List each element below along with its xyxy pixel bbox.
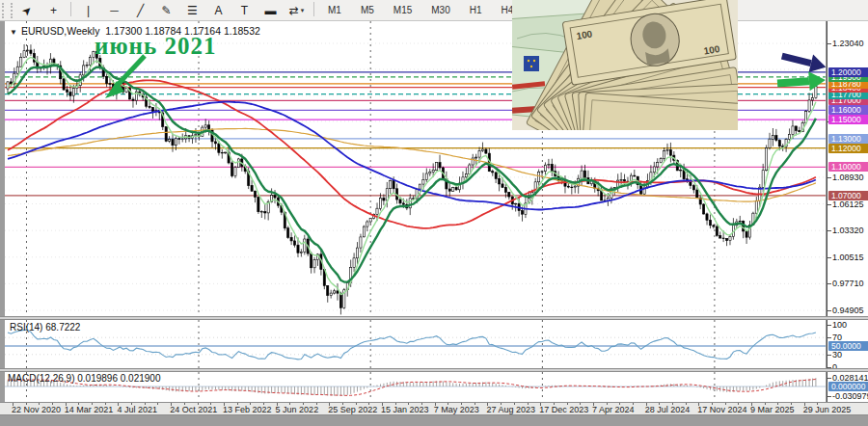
fibonacci-tool[interactable]: ☰ xyxy=(179,2,205,19)
time-axis-minor-tick xyxy=(52,403,53,405)
rsi-scale-tick: 30 xyxy=(832,350,842,359)
price-level-badge-1.20000: 1.20000 xyxy=(828,67,868,77)
text-annotation-june-2021[interactable]: июнь 2021 xyxy=(95,33,216,60)
timeframe-button-h1[interactable]: H1 xyxy=(461,1,491,19)
toolbar-grip[interactable] xyxy=(2,3,13,18)
timeframe-button-m5[interactable]: M5 xyxy=(352,1,383,19)
time-axis-minor-tick xyxy=(593,403,594,405)
arrows-tool[interactable]: ⇄▾ xyxy=(284,2,310,19)
pencil-channel-icon: ✎ xyxy=(161,5,171,16)
timeframe-button-m15[interactable]: M15 xyxy=(385,1,420,19)
date-label: 25 Sep 2022 xyxy=(328,405,377,414)
time-axis-minor-tick xyxy=(118,403,119,405)
time-axis-minor-tick xyxy=(382,403,383,405)
time-axis-minor-tick xyxy=(184,403,185,405)
date-label: 24 Oct 2021 xyxy=(170,405,217,414)
price-tick: 1.08930 xyxy=(832,173,864,182)
date-label: 14 Mar 2021 xyxy=(65,405,114,414)
time-axis-minor-tick xyxy=(554,403,555,405)
vertical-line-tool[interactable]: | xyxy=(75,2,101,19)
macd-scale-tick: -0.030979 xyxy=(832,391,868,401)
text-tool[interactable]: A xyxy=(205,2,231,19)
rsi-scale-tick: 100 xyxy=(832,320,847,330)
price-tick: 1.03320 xyxy=(832,226,864,235)
money-photo[interactable]: 100100100 xyxy=(512,0,738,130)
time-axis-minor-tick xyxy=(777,403,778,405)
timeframe-button-m1[interactable]: M1 xyxy=(319,1,350,19)
label-tool[interactable]: T xyxy=(231,2,258,19)
time-axis-minor-tick xyxy=(289,403,290,405)
timeframe-button-m30[interactable]: M30 xyxy=(422,1,458,19)
scale-tick-mark xyxy=(827,310,831,311)
trendline-icon: ╱ xyxy=(137,5,144,16)
time-axis-minor-tick xyxy=(395,403,396,405)
rsi-value: 68.7222 xyxy=(45,322,80,333)
macd-zero-badge: 0.000000 xyxy=(828,382,868,391)
time-axis-minor-tick xyxy=(237,403,238,405)
time-axis-minor-tick xyxy=(567,403,568,405)
date-label: 17 Nov 2024 xyxy=(697,405,746,414)
time-axis-minor-tick xyxy=(421,403,422,405)
channel-tool[interactable]: ✎ xyxy=(153,2,179,19)
price-level-badge-1.16000: 1.16000 xyxy=(828,105,868,115)
label-icon: T xyxy=(241,5,248,16)
rsi-panel-canvas[interactable] xyxy=(5,320,826,368)
time-axis-minor-tick xyxy=(686,403,687,405)
macd-value-2: 0.021900 xyxy=(121,373,161,384)
macd-value-1: 0.019896 xyxy=(77,373,118,384)
time-axis-minor-tick xyxy=(751,403,752,405)
time-axis-minor-tick xyxy=(250,403,251,405)
symbol-label: EURUSD,Weekly xyxy=(21,25,100,37)
ohlc-close: 1.18532 xyxy=(224,25,260,37)
date-label: 17 Dec 2023 xyxy=(539,405,588,414)
date-label: 27 Aug 2023 xyxy=(486,405,535,414)
price-tick: 0.97710 xyxy=(832,279,864,288)
date-label: 5 Jun 2022 xyxy=(276,405,319,414)
time-axis-minor-tick xyxy=(580,403,581,405)
shapes-tool[interactable]: ▬ xyxy=(258,2,284,19)
macd-label: MACD(12,26,9) 0.019896 0.021900 xyxy=(8,373,160,384)
price-level-badge-1.07000: 1.07000 xyxy=(828,191,868,200)
time-axis[interactable]: 22 Nov 202014 Mar 20214 Jul 202124 Oct 2… xyxy=(0,402,868,415)
time-axis-minor-tick xyxy=(303,403,304,405)
cursor-tool[interactable]: ➤ xyxy=(14,2,41,19)
time-axis-minor-tick xyxy=(607,403,608,405)
horizontal-line-tool[interactable]: ─ xyxy=(101,2,127,19)
time-axis-minor-tick xyxy=(646,403,647,405)
vertical-line-icon: | xyxy=(87,5,90,16)
time-axis-minor-tick xyxy=(540,403,541,405)
price-scale[interactable]: 1.230401.148231.089301.061251.033201.005… xyxy=(827,21,868,402)
scale-tick-mark xyxy=(827,283,831,284)
time-axis-minor-tick xyxy=(329,403,330,405)
time-axis-minor-tick xyxy=(698,403,699,405)
time-axis-minor-tick xyxy=(92,403,93,405)
price-tick: 1.23040 xyxy=(832,39,864,48)
time-axis-minor-tick xyxy=(316,403,317,405)
time-axis-minor-tick xyxy=(475,403,475,405)
scale-tick-mark xyxy=(827,355,831,356)
price-level-badge-1.15000: 1.15000 xyxy=(828,115,868,124)
time-axis-minor-tick xyxy=(619,403,620,405)
time-axis-minor-tick xyxy=(368,403,369,405)
dropdown-caret-icon: ▾ xyxy=(301,7,305,13)
time-axis-minor-tick xyxy=(633,403,634,405)
price-tick: 1.00515 xyxy=(832,253,864,262)
date-label: 28 Jul 2024 xyxy=(645,405,691,414)
trendline-tool[interactable]: ╱ xyxy=(127,2,153,19)
time-axis-minor-tick xyxy=(501,403,502,405)
crosshair-tool[interactable]: + xyxy=(41,2,67,19)
date-label: 4 Jul 2021 xyxy=(117,405,157,414)
date-label: 9 Mar 2025 xyxy=(750,405,795,414)
window-left-edge xyxy=(0,21,5,426)
panel-splitter-rsi[interactable] xyxy=(0,316,868,320)
price-level-badge-1.13000: 1.13000 xyxy=(828,134,868,144)
scale-tick-mark xyxy=(827,257,831,258)
rectangle-icon: ▬ xyxy=(265,5,277,16)
time-axis-minor-tick xyxy=(804,403,805,405)
scale-tick-mark xyxy=(827,325,831,326)
panel-splitter-macd[interactable] xyxy=(0,368,868,372)
date-label: 29 Jun 2025 xyxy=(803,405,852,414)
symbol-dropdown-icon[interactable]: ▼ xyxy=(10,28,17,37)
time-axis-minor-tick xyxy=(171,403,172,405)
time-axis-minor-tick xyxy=(791,403,792,405)
